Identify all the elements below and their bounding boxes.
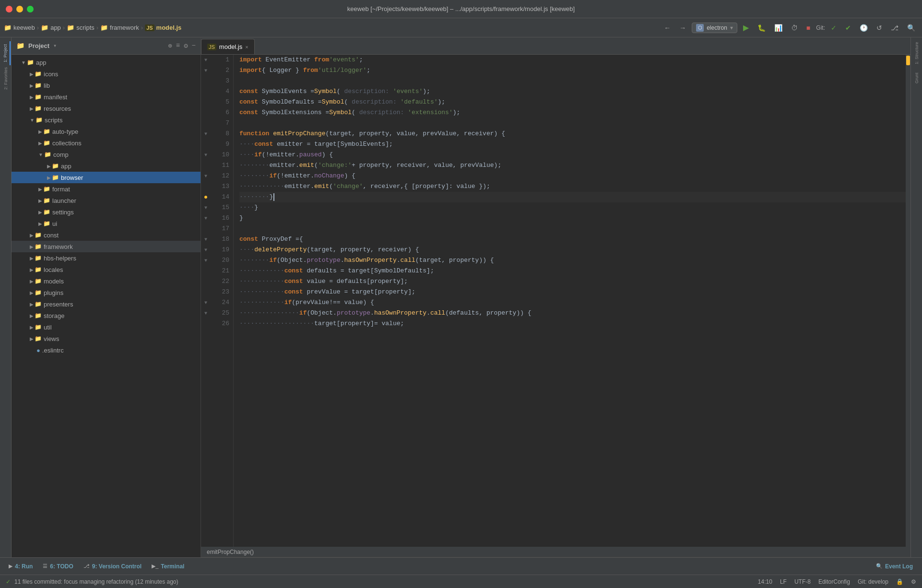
search-button[interactable]: 🔍 bbox=[904, 22, 918, 34]
fold-icon-8[interactable]: ▼ bbox=[204, 131, 207, 137]
chevron-framework: ▶ bbox=[30, 244, 34, 249]
tree-item-storage[interactable]: ▶ 📁 storage bbox=[12, 310, 201, 321]
sidebar-item-grunt[interactable]: Grunt bbox=[912, 66, 922, 90]
event-log-tab[interactable]: 🔍 Event Log bbox=[871, 558, 918, 575]
fold-icon-2[interactable]: ▼ bbox=[204, 68, 207, 73]
minimize-button[interactable] bbox=[16, 6, 23, 12]
tree-item-presenters[interactable]: ▶ 📁 presenters bbox=[12, 298, 201, 310]
tree-item-framework[interactable]: ▶ 📁 framework bbox=[12, 241, 201, 252]
fold-icon-25[interactable]: ▼ bbox=[204, 311, 207, 316]
code-line-5: const SymbolDefaults = Symbol( descripti… bbox=[239, 97, 906, 107]
forward-button[interactable]: → bbox=[676, 22, 689, 34]
fold-icon-10[interactable]: ▼ bbox=[204, 153, 207, 158]
breadcrumb-app[interactable]: app bbox=[50, 24, 61, 31]
stop-button[interactable]: ■ bbox=[804, 22, 813, 34]
status-line-ending[interactable]: LF bbox=[780, 578, 787, 585]
breadcrumb-file[interactable]: JSmodel.js bbox=[145, 24, 181, 31]
tree-item-ui[interactable]: ▶ 📁 ui bbox=[12, 218, 201, 229]
tree-item-eslintrc[interactable]: ● .eslintrc bbox=[12, 344, 201, 356]
chevron-comp-app: ▶ bbox=[47, 164, 51, 169]
fold-icon-18[interactable]: ▼ bbox=[204, 237, 207, 242]
tree-item-util[interactable]: ▶ 📁 util bbox=[12, 321, 201, 333]
tree-item-locales[interactable]: ▶ 📁 locales bbox=[12, 264, 201, 275]
tree-item-auto-type[interactable]: ▶ 📁 auto-type bbox=[12, 126, 201, 137]
fold-icon-15[interactable]: ▼ bbox=[204, 205, 207, 211]
status-settings-icon[interactable]: ⚙ bbox=[911, 578, 916, 585]
run-tab[interactable]: ▶ 4: Run bbox=[4, 558, 38, 575]
vcs-tab[interactable]: ⎇ 9: Version Control bbox=[79, 558, 147, 575]
tab-close-icon[interactable]: × bbox=[245, 44, 248, 50]
tree-item-collections[interactable]: ▶ 📁 collections bbox=[12, 137, 201, 149]
tree-label-launcher: launcher bbox=[52, 197, 76, 204]
git-revert-button[interactable]: ↺ bbox=[874, 22, 885, 34]
code-content[interactable]: import EventEmitter from 'events'; impor… bbox=[234, 55, 906, 547]
tree-item-hbs-helpers[interactable]: ▶ 📁 hbs-helpers bbox=[12, 252, 201, 264]
folder-icon: 📁 bbox=[35, 243, 42, 250]
tree-item-resources[interactable]: ▶ 📁 resources bbox=[12, 103, 201, 114]
tree-item-format[interactable]: ▶ 📁 format bbox=[12, 183, 201, 195]
tree-item-plugins[interactable]: ▶ 📁 plugins bbox=[12, 287, 201, 298]
git-commit-button[interactable]: ✔ bbox=[842, 22, 854, 34]
tree-label-settings: settings bbox=[52, 209, 74, 216]
sidebar-item-project[interactable]: 1: Project bbox=[1, 41, 11, 65]
coverage-button[interactable]: 📊 bbox=[771, 22, 785, 34]
fold-icon-16[interactable]: ▼ bbox=[204, 216, 207, 221]
status-indent[interactable]: EditorConfig bbox=[818, 578, 850, 585]
maximize-button[interactable] bbox=[27, 6, 34, 12]
debug-button[interactable]: 🐛 bbox=[755, 22, 768, 34]
run-button[interactable]: ▶ bbox=[740, 21, 752, 34]
tab-js-icon: JS bbox=[207, 44, 216, 50]
tree-item-const[interactable]: ▶ 📁 const bbox=[12, 229, 201, 241]
run-config[interactable]: ⬡ electron ▾ bbox=[692, 23, 737, 33]
status-commit-message[interactable]: 11 files committed: focus managing refac… bbox=[14, 578, 178, 585]
tab-model-js[interactable]: JS model.js × bbox=[201, 39, 255, 54]
fold-icon-19[interactable]: ▼ bbox=[204, 247, 207, 253]
todo-tab[interactable]: ☰ 6: TODO bbox=[38, 558, 78, 575]
breadcrumb-framework[interactable]: framework bbox=[110, 24, 139, 31]
fold-icon-12[interactable]: ▼ bbox=[204, 174, 207, 179]
tree-item-models[interactable]: ▶ 📁 models bbox=[12, 275, 201, 287]
ln-1: 1 bbox=[211, 55, 229, 65]
status-position[interactable]: 14:10 bbox=[758, 578, 772, 585]
profile-button[interactable]: ⏱ bbox=[788, 22, 801, 34]
fold-icon-1[interactable]: ▼ bbox=[204, 58, 207, 63]
file-tree: ▼ 📁 app ▶ 📁 icons ▶ 📁 lib ▶ 📁 manifest ▶ bbox=[12, 55, 201, 557]
git-history-button[interactable]: 🕐 bbox=[857, 22, 871, 34]
tree-item-manifest[interactable]: ▶ 📁 manifest bbox=[12, 91, 201, 103]
tree-item-comp-app[interactable]: ▶ 📁 app bbox=[12, 160, 201, 172]
collapse-icon[interactable]: ≡ bbox=[176, 42, 180, 50]
sidebar-item-structure[interactable]: 1: Structure bbox=[912, 41, 922, 65]
chevron-down-icon-project[interactable]: ▾ bbox=[53, 42, 57, 49]
status-branch[interactable]: Git: develop bbox=[858, 578, 888, 585]
breadcrumb-keeweb[interactable]: keeweb bbox=[13, 24, 35, 31]
close-button[interactable] bbox=[6, 6, 12, 12]
tree-item-comp[interactable]: ▼ 📁 comp bbox=[12, 149, 201, 160]
status-encoding[interactable]: UTF-8 bbox=[794, 578, 811, 585]
locate-icon[interactable]: ⊕ bbox=[168, 42, 172, 50]
tree-item-settings[interactable]: ▶ 📁 settings bbox=[12, 206, 201, 218]
breadcrumb-folder-icon: 📁 bbox=[4, 24, 12, 31]
back-button[interactable]: ← bbox=[661, 22, 674, 34]
folder-icon: 📁 bbox=[35, 71, 42, 77]
breadcrumb-scripts[interactable]: scripts bbox=[76, 24, 95, 31]
code-line-3 bbox=[239, 76, 906, 86]
tree-item-views[interactable]: ▶ 📁 views bbox=[12, 333, 201, 344]
breakpoint-icon-14[interactable]: ● bbox=[204, 193, 208, 201]
minimize-panel-icon[interactable]: − bbox=[192, 42, 196, 50]
code-line-17 bbox=[239, 223, 906, 234]
tree-item-scripts[interactable]: ▼ 📁 scripts bbox=[12, 114, 201, 126]
fold-icon-24[interactable]: ▼ bbox=[204, 300, 207, 306]
tree-item-launcher[interactable]: ▶ 📁 launcher bbox=[12, 195, 201, 206]
tree-item-app[interactable]: ▼ 📁 app bbox=[12, 57, 201, 68]
git-branch-button[interactable]: ⎇ bbox=[888, 22, 901, 34]
terminal-tab[interactable]: ▶_ Terminal bbox=[147, 558, 189, 575]
sidebar-item-favorites[interactable]: 2: Favorites bbox=[1, 66, 11, 90]
tree-item-lib[interactable]: ▶ 📁 lib bbox=[12, 80, 201, 91]
tree-item-browser[interactable]: ▶ 📁 browser bbox=[12, 172, 201, 183]
fold-icon-20[interactable]: ▼ bbox=[204, 258, 207, 263]
settings-icon[interactable]: ⚙ bbox=[184, 42, 188, 50]
chevron-scripts: ▼ bbox=[30, 118, 35, 123]
tree-item-icons[interactable]: ▶ 📁 icons bbox=[12, 68, 201, 80]
git-check-button[interactable]: ✓ bbox=[828, 22, 839, 34]
folder-icon: 📁 bbox=[52, 174, 59, 181]
